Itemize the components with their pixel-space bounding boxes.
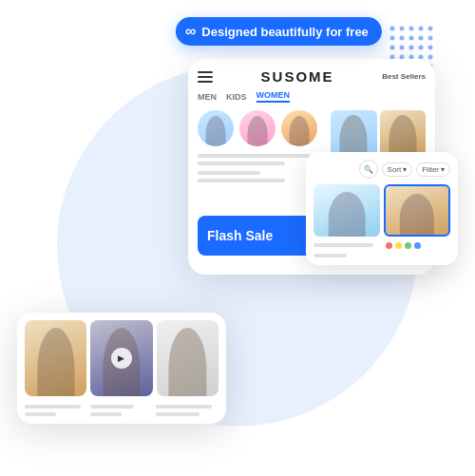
menu-icon[interactable]	[198, 71, 213, 83]
color-dot-blue	[414, 242, 421, 249]
promo-badge: ∞ Designed beautifully for free	[176, 17, 382, 46]
filter-chevron: ▾	[441, 165, 445, 174]
sort-label: Sort	[388, 165, 402, 174]
flash-sale-text: Flash Sale	[207, 228, 273, 243]
avatar-3	[281, 110, 317, 146]
right-img-2	[384, 184, 450, 237]
avatar-1	[198, 110, 234, 146]
avatar-section	[198, 110, 323, 208]
avatar-row	[198, 110, 323, 146]
text-bar-1	[198, 154, 311, 158]
svg-point-12	[409, 46, 414, 50]
nav-tab-kids[interactable]: KIDS	[226, 92, 247, 102]
sort-filter-row: 🔍 Sort ▾ Filter ▾	[314, 160, 450, 179]
front-card: ▶	[17, 313, 226, 424]
badge-text: Designed beautifully for free	[201, 25, 369, 39]
svg-point-10	[390, 46, 395, 50]
right-col-2	[384, 184, 450, 257]
nav-tab-men[interactable]: MEN	[198, 92, 217, 102]
text-bar-3	[198, 171, 260, 175]
card-front-text-bars	[25, 401, 218, 416]
search-icon[interactable]: 🔍	[359, 160, 378, 179]
svg-point-8	[419, 36, 424, 41]
right-bar-2	[314, 254, 347, 257]
color-dot-red	[386, 242, 392, 249]
svg-point-2	[409, 27, 414, 31]
infinity-icon: ∞	[185, 23, 194, 40]
svg-point-14	[428, 46, 433, 50]
front-card-grid: ▶	[25, 320, 218, 396]
right-img-1	[314, 184, 380, 237]
color-dots	[384, 242, 450, 249]
text-bar-2	[198, 162, 285, 165]
front-img-2: ▶	[90, 320, 152, 396]
sort-button[interactable]: Sort ▾	[382, 162, 413, 177]
brand-name: SUSOME	[261, 68, 334, 85]
front-img-3	[157, 320, 218, 396]
svg-point-11	[400, 46, 405, 50]
nav-tab-women[interactable]: WOMEN	[256, 90, 291, 103]
bs-img-1	[331, 110, 377, 158]
scene: ∞ Designed beautifully for free SUSOME B…	[0, 0, 475, 476]
text-bar-4	[198, 179, 285, 182]
avatar-2	[239, 110, 276, 146]
bs-img-2	[380, 110, 427, 158]
filter-label: Filter	[422, 165, 439, 174]
front-img-1	[25, 320, 86, 396]
right-card: 🔍 Sort ▾ Filter ▾	[306, 152, 458, 265]
play-button[interactable]: ▶	[111, 348, 132, 369]
svg-point-6	[400, 36, 405, 41]
svg-point-9	[428, 36, 433, 41]
svg-point-19	[428, 55, 433, 60]
right-col-1	[314, 184, 380, 257]
card-header: SUSOME Best Sellers	[198, 68, 426, 85]
svg-point-13	[419, 46, 424, 50]
svg-point-0	[390, 27, 395, 31]
filter-button[interactable]: Filter ▾	[416, 162, 450, 177]
right-bar-1	[314, 243, 373, 247]
sort-chevron: ▾	[403, 165, 407, 174]
svg-point-5	[390, 36, 395, 41]
right-card-grid	[314, 184, 450, 257]
svg-point-4	[428, 27, 433, 31]
best-sellers-label: Best Sellers	[382, 72, 426, 81]
color-dot-yellow	[395, 242, 402, 249]
svg-point-3	[419, 27, 424, 31]
color-dot-green	[405, 242, 411, 249]
nav-tabs: MEN KIDS WOMEN	[198, 90, 426, 103]
svg-point-7	[409, 36, 414, 41]
svg-point-1	[400, 27, 405, 31]
